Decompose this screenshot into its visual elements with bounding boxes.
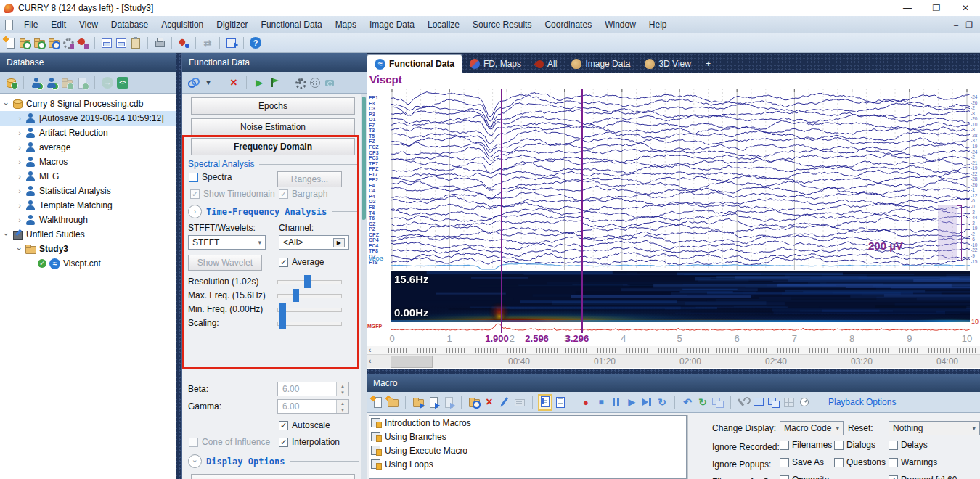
show-timedomain-checkbox[interactable]: ✓Show Timedomain: [190, 189, 275, 199]
tab-functional-data[interactable]: ≈Functional Data: [367, 54, 462, 73]
camera-icon[interactable]: [324, 77, 336, 89]
gear-dark-icon[interactable]: [294, 77, 306, 89]
slider-min[interactable]: [277, 308, 342, 312]
overwrite-checkbox[interactable]: Overwrite: [780, 475, 829, 479]
stop-icon[interactable]: ■: [595, 396, 607, 408]
slider-scaling[interactable]: [277, 322, 342, 326]
gears-save-icon[interactable]: [62, 37, 74, 49]
tree-item-study3[interactable]: ›Study3: [0, 242, 176, 256]
monitor-icon[interactable]: [753, 396, 764, 408]
tree-item-macros[interactable]: ›Macros: [0, 155, 176, 169]
clipboard-icon[interactable]: [130, 37, 142, 49]
run-folder-search-icon[interactable]: [468, 396, 480, 408]
chevron-collapsed-icon[interactable]: ›: [16, 201, 23, 210]
monitors-icon[interactable]: [768, 396, 780, 408]
new-doc-icon[interactable]: [4, 37, 16, 49]
check-green-icon[interactable]: ✓: [38, 259, 46, 268]
tree-item-walkthrough[interactable]: ›Walkthrough: [0, 213, 176, 227]
epochs-button[interactable]: Epochs: [191, 97, 355, 115]
macro-item-using-branches[interactable]: Using Branches: [369, 430, 686, 443]
slider-thumb[interactable]: [304, 275, 311, 288]
minimize-button[interactable]: —: [893, 0, 922, 16]
view-list-icon[interactable]: [539, 396, 551, 407]
pencil-icon[interactable]: [499, 396, 510, 408]
loop-icon[interactable]: ↻: [656, 396, 668, 408]
stfft-dropdown[interactable]: STFFT▾: [188, 235, 266, 250]
ignore-popups-questions-checkbox[interactable]: Questions: [834, 457, 886, 467]
menu-file[interactable]: File: [17, 16, 44, 33]
undo-icon[interactable]: ↶: [682, 396, 693, 408]
tab-3d-view[interactable]: 3D View: [637, 55, 698, 73]
flag-green-icon[interactable]: [269, 77, 280, 89]
tree-item-statistical-analysis[interactable]: ›Statistical Analysis: [0, 184, 176, 198]
link-icon[interactable]: [187, 77, 199, 89]
chevron-expanded-icon[interactable]: ›: [2, 231, 11, 238]
scrollbar-thumb[interactable]: [391, 356, 433, 368]
tree-item-artifact-reduction[interactable]: ›Artifact Reduction: [0, 126, 176, 140]
expand-chevron-icon[interactable]: ›: [188, 454, 202, 468]
layout-a-icon[interactable]: [101, 37, 113, 49]
tree-item-template-matching[interactable]: ›Template Matching: [0, 198, 176, 213]
chevron-expanded-icon[interactable]: ›: [15, 245, 24, 253]
wave-icon[interactable]: ≈: [375, 59, 385, 70]
help-icon[interactable]: ?: [250, 37, 261, 49]
open-recent2-icon[interactable]: [33, 37, 45, 49]
channel-dropdown[interactable]: <All> ▶: [279, 235, 349, 250]
ignore-recorded-delays-checkbox[interactable]: Delays: [889, 440, 928, 450]
scrollbar-left-arrow-icon[interactable]: ‹: [369, 357, 371, 365]
menu-functional-data[interactable]: Functional Data: [255, 16, 329, 33]
menu-edit[interactable]: Edit: [44, 16, 73, 33]
play-blue-icon[interactable]: ▶: [626, 396, 637, 408]
menu-image-data[interactable]: Image Data: [363, 16, 421, 33]
redo-green-icon[interactable]: ↻: [697, 396, 709, 408]
average-checkbox[interactable]: ✓Average: [279, 257, 324, 267]
x-red-icon[interactable]: ×: [483, 396, 495, 408]
sync-icon[interactable]: ⇄: [202, 37, 213, 49]
proceed-checkbox[interactable]: ✓Proceed [s] 60: [889, 475, 957, 479]
tree-item-viscpt-cnt[interactable]: ✓≈Viscpt.cnt: [0, 256, 176, 271]
record-icon[interactable]: ●: [580, 396, 592, 408]
ignore-popups-warnings-checkbox[interactable]: Warnings: [889, 457, 937, 467]
menu-source-results[interactable]: Source Results: [466, 16, 538, 33]
tree-item-unfiled-studies[interactable]: ›Unfiled Studies: [0, 227, 176, 242]
tick-strip[interactable]: ‹: [367, 346, 980, 354]
film-icon[interactable]: [226, 37, 237, 49]
menu-view[interactable]: View: [73, 16, 105, 33]
interpolation-checkbox[interactable]: ✓Interpolation: [279, 437, 340, 447]
chevron-collapsed-icon[interactable]: ›: [16, 187, 23, 195]
menu-help[interactable]: Help: [642, 16, 674, 33]
show-wavelet-button[interactable]: Show Wavelet: [188, 255, 262, 271]
tab-image-data[interactable]: Image Data: [564, 55, 637, 73]
grid-icon[interactable]: [783, 396, 795, 408]
folder-new-icon[interactable]: [387, 396, 399, 408]
tree-item-average[interactable]: ›average: [0, 140, 176, 155]
macro-new-icon[interactable]: [372, 396, 383, 408]
caret-icon[interactable]: ▾: [203, 77, 214, 89]
ignore-recorded-filenames-checkbox[interactable]: Filenames: [780, 440, 832, 450]
person-add2-icon[interactable]: [46, 77, 57, 89]
menu-digitizer[interactable]: Digitizer: [210, 16, 254, 33]
horizontal-scrollbar[interactable]: ‹ 00:4001:2002:0002:4003:2004:00: [367, 354, 980, 368]
code-chip-icon[interactable]: <>: [117, 77, 128, 89]
layout-b-icon[interactable]: [115, 37, 127, 49]
brush-save-icon[interactable]: [77, 37, 89, 49]
close-button[interactable]: ✕: [951, 0, 980, 16]
bargraph-checkbox[interactable]: ✓Bargraph: [279, 189, 327, 199]
macro-item-using-execute-macro[interactable]: Using Execute Macro: [369, 443, 686, 457]
circle-grid-icon[interactable]: [309, 77, 321, 89]
mdi-minimize-button[interactable]: –: [954, 20, 958, 30]
playback-options-link[interactable]: Playback Options: [828, 397, 896, 407]
scroll-left-arrow-icon[interactable]: ‹: [369, 346, 371, 354]
change-display-dropdown[interactable]: Macro Code▾: [780, 421, 844, 435]
folder-search-icon[interactable]: [48, 37, 60, 49]
frequency-domain-button[interactable]: Frequency Domain: [191, 138, 355, 155]
folder-add-icon[interactable]: [61, 77, 73, 89]
pen-red-icon[interactable]: [178, 37, 189, 49]
open-recent-icon[interactable]: [19, 37, 30, 49]
menu-acquisition[interactable]: Acquisition: [155, 16, 210, 33]
wave-circle-icon[interactable]: ≈: [49, 258, 60, 269]
tab-all[interactable]: All: [528, 55, 564, 73]
cone-of-influence-checkbox[interactable]: Cone of Influence: [189, 437, 270, 447]
menu-coordinates[interactable]: Coordinates: [538, 16, 598, 33]
slider-resolution[interactable]: [277, 280, 342, 284]
